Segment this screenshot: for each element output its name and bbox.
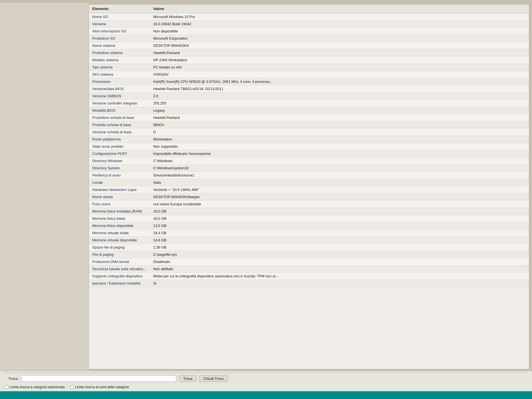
table-row: Nome sistemaDESKTOP-BNHDSK9	[89, 42, 529, 49]
cell-value: C:\Windows\system32	[150, 165, 529, 172]
col-element-header: Elemento	[89, 4, 150, 13]
chiudi-trova-button[interactable]: Chiudi Trova	[199, 375, 228, 382]
cell-value: 16,0 GB	[150, 208, 529, 215]
table-row: Modello sistemaHP Z400 Workstation	[89, 57, 529, 64]
cell-value: Disattivato	[150, 258, 529, 265]
find-input[interactable]	[21, 375, 176, 382]
cell-element: Produttore scheda di base	[89, 114, 150, 121]
table-row: Versione scheda di baseD	[89, 129, 529, 136]
cell-element: Versione/data BIOS	[89, 85, 150, 93]
cell-value: 18,4 GB	[150, 229, 529, 237]
table-row: Memoria fisica installata (RAM)16,0 GB	[89, 208, 529, 215]
table-row: Produttore scheda di baseHewlett-Packard	[89, 114, 529, 121]
cell-element: Stato avvio protetto	[89, 143, 150, 150]
cell-element: Versione SMBIOS	[89, 93, 150, 100]
table-row: Prodotto scheda di base0B4Ch	[89, 121, 529, 129]
cell-element: Memoria fisica totale	[89, 215, 150, 222]
cell-value: Legacy	[150, 107, 529, 114]
cell-element: Nome SO	[89, 13, 150, 21]
table-row: LocaleItalia	[89, 179, 529, 186]
checkbox-categoria[interactable]: Limita ricerca a categoria selezionata	[5, 385, 65, 389]
table-row: Memoria virtuale totale18,4 GB	[89, 229, 529, 237]
cell-element: Versione	[89, 21, 150, 28]
table-row: Tipo sistemaPC basato su x64	[89, 64, 529, 71]
table-row: Memoria fisica disponibile13,5 GB	[89, 222, 529, 229]
cell-element: Memoria fisica disponibile	[89, 222, 150, 229]
checkbox-categoria-input[interactable]	[5, 385, 8, 389]
find-label: Trova:	[8, 377, 18, 381]
cell-element: File di paging	[89, 251, 150, 258]
cell-value: Motivi per cui la crittografia dispositi…	[150, 273, 529, 280]
teal-taskbar	[0, 391, 532, 399]
cell-element: Tipo sistema	[89, 64, 150, 71]
checkbox-nomi[interactable]: Limita ricerca ai nomi delle categorie	[70, 385, 129, 389]
checkbox-categoria-label: Limita ricerca a categoria selezionata	[10, 385, 65, 389]
table-row: Ruolo piattaformaWorkstation	[89, 136, 529, 143]
cell-value: Workstation	[150, 136, 529, 143]
cell-value: 14,8 GB	[150, 237, 529, 244]
bottom-section: Trova: Trova Chiudi Trova Limita ricerca…	[0, 371, 532, 391]
cell-value: \Device\HarddiskVolume1	[150, 172, 529, 179]
cell-element: Fuso orario	[89, 201, 150, 208]
table-row: Memoria virtuale disponibile14,8 GB	[89, 237, 529, 244]
cell-value: Microsoft Corporation	[150, 35, 529, 42]
table-row: Versione10.0.19042 Build 19042	[89, 21, 529, 28]
table-row: Versione/data BIOSHewlett-Packard 786G3 …	[89, 85, 529, 93]
cell-element: Versione scheda di base	[89, 129, 150, 136]
checkbox-nomi-label: Limita ricerca ai nomi delle categorie	[75, 385, 129, 389]
table-row: Nome utenteDESKTOP-BNHDSK9\beppe	[89, 193, 529, 201]
trova-button[interactable]: Trova	[179, 375, 196, 382]
main-content: Elemento Valore Nome SOMicrosoft Windows…	[0, 0, 532, 371]
cell-element: Modalità BIOS	[89, 107, 150, 114]
table-row: Periferica di avvio\Device\HarddiskVolum…	[89, 172, 529, 179]
cell-value: 10.0.19042 Build 19042	[150, 21, 529, 28]
table-row: Produttore SOMicrosoft Corporation	[89, 35, 529, 42]
table-row: Directory SystemC:\Windows\system32	[89, 165, 529, 172]
cell-value: Non supportato	[150, 143, 529, 150]
cell-value: Versione = "10.0.19041.488"	[150, 186, 529, 193]
cell-element: Directory System	[89, 165, 150, 172]
table-row: Versione controller integrato255.255	[89, 100, 529, 107]
cell-element: Memoria fisica installata (RAM)	[89, 208, 150, 215]
cell-value: 16,0 GB	[150, 215, 529, 222]
cell-value: Si	[150, 280, 529, 287]
table-row: Memoria fisica totale16,0 GB	[89, 215, 529, 222]
table-row: Altre informazioni SONon disponibile	[89, 28, 529, 35]
table-row: Supporto crittografia dispositivoMotivi …	[89, 273, 529, 280]
cell-element: Spazio file di paging	[89, 244, 150, 251]
table-container: Elemento Valore Nome SOMicrosoft Windows…	[89, 4, 529, 369]
table-row: Stato avvio protettoNon supportato	[89, 143, 529, 150]
col-value-header: Valore	[150, 4, 529, 13]
table-row: Protezione DMA kernelDisattivato	[89, 258, 529, 265]
cell-value: ora solare Europa occidentale	[150, 201, 529, 208]
cell-value: 2,38 GB	[150, 244, 529, 251]
left-panel	[0, 3, 89, 371]
cell-value: Italia	[150, 179, 529, 186]
cell-value: DESKTOP-BNHDSK9\beppe	[150, 193, 529, 201]
cell-value: Hewlett-Packard	[150, 114, 529, 121]
table-row: Modalità BIOSLegacy	[89, 107, 529, 114]
cell-element: Ruolo piattaforma	[89, 136, 150, 143]
table-row: Nome SOMicrosoft Windows 10 Pro	[89, 13, 529, 21]
cell-value: Impossibile effettuare l'associazione	[150, 150, 529, 157]
table-header-row: Elemento Valore	[89, 4, 529, 13]
cell-element: Locale	[89, 179, 150, 186]
cell-value: Intel(R) Xeon(R) CPU W3520 @ 2.67GHz, 26…	[150, 78, 529, 85]
cell-value: Non disponibile	[150, 28, 529, 35]
cell-element: Hardware Abstraction Layer	[89, 186, 150, 193]
cell-element: Ipervisor / Estensioni modalità	[89, 280, 150, 287]
cell-value: Hewlett-Packard 786G3 v03.54, 02/11/2011	[150, 85, 529, 93]
cell-value: C:\Windows	[150, 157, 529, 165]
cell-element: Configurazione PCR7	[89, 150, 150, 157]
table-row: Sicurezza basata sulla virtualizz...Non …	[89, 265, 529, 273]
cell-value: DESKTOP-BNHDSK9	[150, 42, 529, 49]
cell-element: Periferica di avvio	[89, 172, 150, 179]
cell-element: Protezione DMA kernel	[89, 258, 150, 265]
cell-value: C:\pagefile.sys	[150, 251, 529, 258]
checkbox-nomi-input[interactable]	[70, 385, 74, 389]
table-row: Fuso orarioora solare Europa occidentale	[89, 201, 529, 208]
cell-value: 255.255	[150, 100, 529, 107]
cell-element: Memoria virtuale disponibile	[89, 237, 150, 244]
cell-value: D	[150, 129, 529, 136]
table-row: Versione SMBIOS2.6	[89, 93, 529, 100]
